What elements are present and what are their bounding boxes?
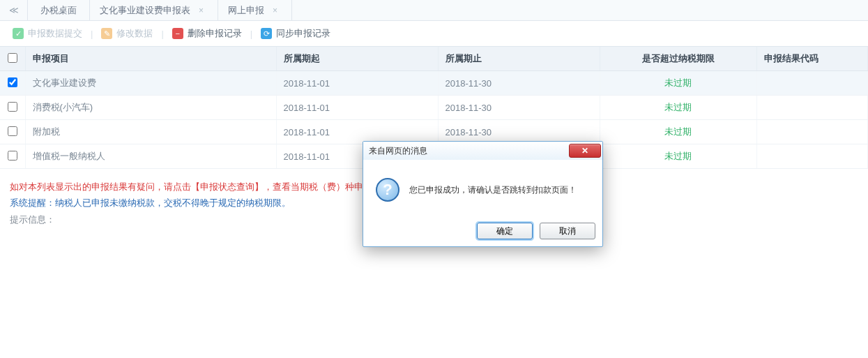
cell-result <box>756 71 868 96</box>
check-icon: ✓ <box>13 28 24 39</box>
dialog-titlebar[interactable]: 来自网页的消息 ✕ <box>363 142 602 160</box>
sync-record-button[interactable]: ⟳ 同步申报记录 <box>258 27 333 40</box>
separator: | <box>91 29 93 39</box>
cell-start: 2018-11-01 <box>276 71 438 96</box>
close-icon[interactable]: × <box>273 6 277 15</box>
cell-end: 2018-11-30 <box>438 96 600 120</box>
tabs-scroll-left-button[interactable]: ≪ <box>0 0 28 20</box>
toolbar-label: 删除申报记录 <box>188 27 242 40</box>
cell-end: 2018-11-30 <box>438 71 600 96</box>
col-result: 申报结果代码 <box>756 47 868 71</box>
edit-icon: ✎ <box>101 28 112 39</box>
row-checkbox[interactable] <box>8 102 17 112</box>
tab-culture-fee-form[interactable]: 文化事业建设费申报表 × <box>90 0 218 20</box>
double-chevron-left-icon: ≪ <box>9 5 19 15</box>
tab-label: 网上申报 <box>228 4 264 17</box>
cell-project: 附加税 <box>25 120 276 144</box>
row-checkbox[interactable] <box>8 126 17 136</box>
cancel-button[interactable]: 取消 <box>540 223 595 239</box>
cell-project: 消费税(小汽车) <box>25 96 276 120</box>
cell-project: 增值税一般纳税人 <box>25 144 276 169</box>
modify-data-button: ✎ 修改数据 <box>98 27 155 40</box>
tab-label: 文化事业建设费申报表 <box>100 4 190 17</box>
confirm-dialog: 来自网页的消息 ✕ ? 您已申报成功，请确认是否跳转到扣款页面！ 确定 取消 <box>363 141 603 247</box>
minus-icon: − <box>172 28 183 39</box>
dialog-title: 来自网页的消息 <box>369 145 427 157</box>
row-checkbox[interactable] <box>8 151 17 161</box>
close-icon: ✕ <box>581 146 588 156</box>
separator: | <box>161 29 163 39</box>
cell-start: 2018-11-01 <box>276 96 438 120</box>
toolbar: ✓ 申报数据提交 | ✎ 修改数据 | − 删除申报记录 | ⟳ 同步申报记录 <box>0 21 868 46</box>
submit-declare-button: ✓ 申报数据提交 <box>10 27 85 40</box>
table-header-row: 申报项目 所属期起 所属期止 是否超过纳税期限 申报结果代码 <box>0 47 868 71</box>
table-row[interactable]: 消费税(小汽车) 2018-11-01 2018-11-30 未过期 <box>0 96 868 120</box>
col-overdue: 是否超过纳税期限 <box>600 47 756 71</box>
cell-result <box>756 144 868 169</box>
close-icon[interactable]: × <box>199 6 204 15</box>
col-start: 所属期起 <box>276 47 438 71</box>
toolbar-label: 修改数据 <box>116 27 153 40</box>
tab-bar: ≪ 办税桌面 文化事业建设费申报表 × 网上申报 × <box>0 0 868 21</box>
status-badge: 未过期 <box>664 102 692 112</box>
cell-result <box>756 96 868 120</box>
delete-record-button[interactable]: − 删除申报记录 <box>169 27 245 40</box>
col-project: 申报项目 <box>25 47 276 71</box>
cell-project: 文化事业建设费 <box>25 71 276 96</box>
status-badge: 未过期 <box>664 151 692 161</box>
toolbar-label: 同步申报记录 <box>276 27 330 40</box>
row-checkbox[interactable] <box>8 77 17 87</box>
dialog-message: 您已申报成功，请确认是否跳转到扣款页面！ <box>409 184 577 196</box>
separator: | <box>250 29 252 39</box>
tab-label: 办税桌面 <box>40 4 77 17</box>
tab-online-declare[interactable]: 网上申报 × <box>218 0 292 20</box>
table-row[interactable]: 文化事业建设费 2018-11-01 2018-11-30 未过期 <box>0 71 868 96</box>
refresh-icon: ⟳ <box>261 28 272 39</box>
toolbar-label: 申报数据提交 <box>28 27 82 40</box>
status-badge: 未过期 <box>664 77 692 88</box>
dialog-close-button[interactable]: ✕ <box>569 144 601 158</box>
cell-result <box>756 120 868 144</box>
tab-desktop[interactable]: 办税桌面 <box>28 0 90 20</box>
select-all-checkbox[interactable] <box>8 53 17 63</box>
ok-button[interactable]: 确定 <box>477 223 533 239</box>
status-badge: 未过期 <box>664 126 692 137</box>
col-end: 所属期止 <box>438 47 600 71</box>
question-icon: ? <box>376 178 399 202</box>
